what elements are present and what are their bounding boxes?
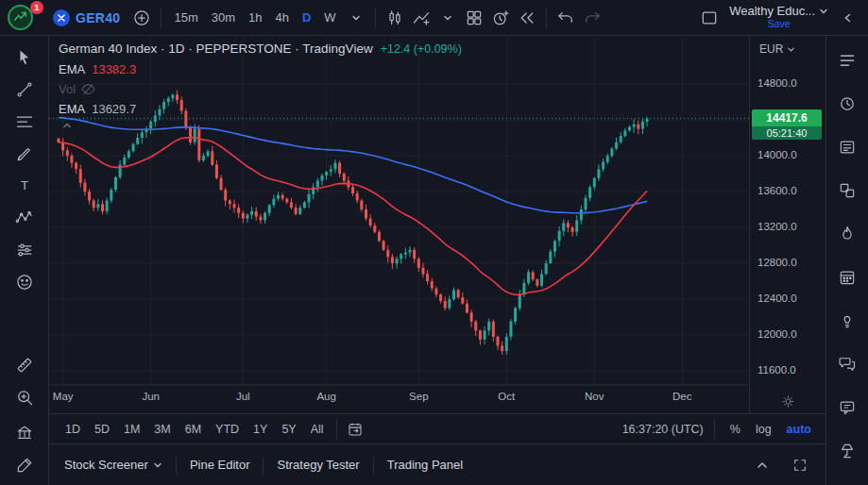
symbol-search-button[interactable]: GER40 (45, 7, 128, 29)
help-button[interactable] (835, 442, 859, 460)
main-area: T (0, 36, 868, 485)
brush-tool-button[interactable] (7, 138, 43, 170)
public-chat-button[interactable] (835, 398, 859, 417)
redo-arrow-icon (583, 8, 602, 27)
chart-type-button[interactable] (383, 5, 407, 31)
ideas-button[interactable] (835, 311, 859, 330)
axis-settings-button[interactable] (750, 394, 825, 409)
forecast-tool-button[interactable] (7, 234, 43, 266)
log-scale-button[interactable]: log (751, 421, 776, 438)
text-tool-button[interactable]: T (7, 170, 43, 202)
range-ytd[interactable]: YTD (209, 420, 246, 439)
bar-replay-button[interactable] (515, 5, 539, 31)
chevron-down-icon (787, 45, 795, 54)
news-button[interactable] (835, 138, 859, 157)
legend-volume-hidden[interactable]: Vol (59, 82, 462, 96)
auto-scale-button[interactable]: auto (782, 421, 816, 438)
range-5d[interactable]: 5D (88, 420, 116, 439)
interval-4h[interactable]: 4h (269, 7, 294, 28)
chart-column: MayJunJulAugSepOctNovDec German 40 Index… (49, 36, 825, 485)
chat-bubbles-icon (838, 355, 857, 374)
screener-shortcut-button[interactable] (7, 417, 43, 449)
fullscreen-button[interactable] (788, 452, 812, 478)
measure-tool-button[interactable] (7, 349, 43, 381)
layers-icon (838, 181, 857, 200)
interval-1w[interactable]: W (318, 7, 341, 28)
notes-shortcut-button[interactable] (7, 449, 43, 481)
emoji-tool-button[interactable] (7, 266, 43, 298)
create-alert-button[interactable] (488, 5, 513, 31)
save-layout-link[interactable]: Save (768, 19, 791, 30)
legend-ema-fast[interactable]: EMA 13382.3 (59, 62, 462, 76)
symbol-name: GER40 (76, 10, 120, 25)
legend-ema-slow[interactable]: EMA 13629.7 (59, 102, 462, 116)
range-1m[interactable]: 1M (117, 420, 146, 439)
drawing-toolbar: T (0, 36, 49, 485)
stock-screener-tab[interactable]: Stock Screener (62, 458, 176, 472)
sliders-icon (15, 241, 34, 259)
chart-area: MayJunJulAugSepOctNovDec German 40 Index… (49, 36, 825, 413)
grid-layout-icon (465, 8, 484, 27)
price-label: 13600.0 (757, 185, 797, 196)
cursor-tool-button[interactable] (7, 42, 43, 74)
interval-15m[interactable]: 15m (168, 7, 203, 28)
currency-selector[interactable]: EUR (759, 42, 795, 56)
indicator-templates-button[interactable] (435, 5, 460, 31)
range-1d[interactable]: 1D (59, 420, 87, 439)
trendline-tool-button[interactable] (7, 74, 43, 106)
pine-editor-tab[interactable]: Pine Editor (177, 458, 264, 472)
hotlists-button[interactable] (835, 225, 859, 243)
interval-1d[interactable]: D (297, 7, 316, 28)
object-tree-button[interactable] (835, 181, 859, 200)
timezone-clock[interactable]: 16:37:20 (UTC) (622, 423, 704, 436)
interval-1h[interactable]: 1h (243, 7, 267, 28)
user-menu-button[interactable]: 1 (8, 4, 38, 32)
range-5y[interactable]: 5Y (275, 420, 302, 439)
pattern-tool-button[interactable] (7, 202, 43, 234)
multichart-layout-button[interactable] (462, 5, 486, 31)
legend-collapse-arrow[interactable] (62, 122, 462, 129)
topbar-right-cluster: Wealthy Educ... Save (697, 4, 860, 31)
calendar-button[interactable] (835, 268, 859, 287)
collapse-toolbar-button[interactable] (836, 5, 860, 31)
last-price-badge: 14417.6 05:21:40 (752, 109, 822, 140)
indicators-button[interactable] (409, 5, 434, 31)
watchlist-button[interactable] (835, 51, 859, 70)
toolbar-separator (546, 8, 547, 28)
eye-off-icon[interactable] (81, 82, 95, 96)
redo-button[interactable] (580, 5, 604, 31)
percent-scale-button[interactable]: % (725, 421, 745, 438)
interval-30m[interactable]: 30m (206, 7, 241, 28)
chevron-left-icon (842, 12, 854, 24)
price-axis[interactable]: EUR 14800.0 14400.0 14000.0 13600.0 1320… (749, 36, 825, 413)
zoom-tool-button[interactable] (7, 381, 43, 413)
undo-button[interactable] (553, 5, 578, 31)
range-1y[interactable]: 1Y (247, 420, 274, 439)
strategy-tester-tab[interactable]: Strategy Tester (264, 458, 372, 472)
range-3m[interactable]: 3M (147, 420, 177, 439)
svg-text:T: T (20, 178, 27, 192)
interval-dropdown-button[interactable] (344, 5, 368, 31)
chat-button[interactable] (835, 355, 859, 374)
svg-text:Jul: Jul (236, 391, 250, 402)
watchlist-icon (838, 51, 857, 70)
panel-expand-button[interactable] (750, 452, 774, 478)
chart-title[interactable]: German 40 Index · 1D · PEPPERSTONE · Tra… (59, 42, 373, 56)
chart-plot[interactable]: MayJunJulAugSepOctNovDec German 40 Index… (49, 36, 749, 413)
layout-name-dropdown[interactable]: Wealthy Educ... Save (725, 4, 832, 31)
trading-panel-tab[interactable]: Trading Panel (374, 458, 476, 472)
ema1-label: EMA (59, 62, 85, 76)
price-label: 14800.0 (757, 77, 797, 89)
pencil-icon (15, 456, 34, 475)
bottom-range-bar: 1D 5D 1M 3M 6M YTD 1Y 5Y All 16:37:20 (U… (49, 413, 825, 443)
bank-columns-icon (15, 424, 34, 443)
fib-tool-button[interactable] (7, 106, 43, 138)
range-6m[interactable]: 6M (179, 420, 208, 439)
go-to-date-button[interactable] (343, 416, 367, 443)
layout-manager-button[interactable] (697, 5, 722, 31)
svg-text:Dec: Dec (672, 391, 692, 402)
chevron-down-icon (443, 13, 452, 23)
compare-add-button[interactable] (129, 5, 154, 31)
alerts-button[interactable] (835, 94, 859, 113)
range-all[interactable]: All (304, 420, 331, 439)
